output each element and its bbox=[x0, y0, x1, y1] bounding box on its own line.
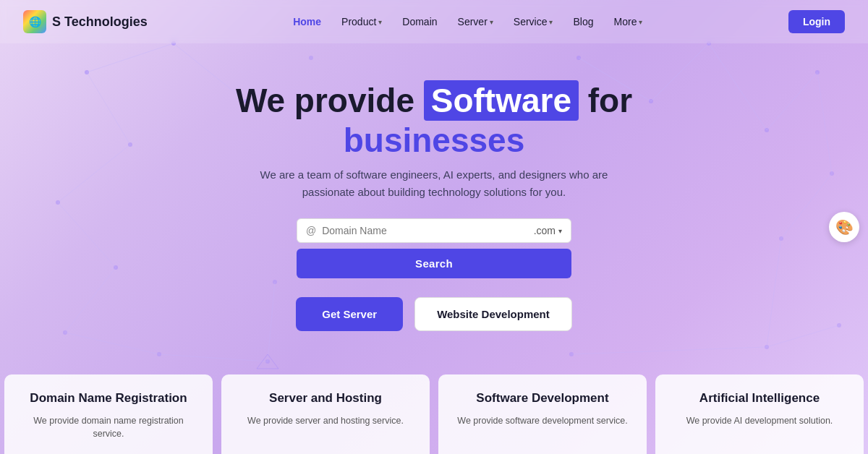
service-cards-row: Domain Name Registration We provide doma… bbox=[0, 374, 868, 454]
get-server-button[interactable]: Get Server bbox=[296, 297, 403, 331]
nav-more-link[interactable]: More ▾ bbox=[614, 16, 643, 27]
svg-point-17 bbox=[765, 345, 769, 349]
svg-line-38 bbox=[571, 347, 767, 354]
nav-home-link[interactable]: Home bbox=[293, 16, 321, 27]
nav-server[interactable]: Server ▾ bbox=[458, 16, 493, 27]
nav-blog[interactable]: Blog bbox=[573, 16, 593, 27]
nav-more[interactable]: More ▾ bbox=[614, 16, 643, 27]
svg-point-19 bbox=[569, 352, 574, 356]
svg-line-27 bbox=[65, 333, 159, 354]
nav-blog-link[interactable]: Blog bbox=[573, 16, 593, 27]
palette-icon: 🎨 bbox=[835, 218, 854, 236]
nav-service-link[interactable]: Service ▾ bbox=[514, 16, 553, 27]
hero-subtitle: We are a team of software engineers, AI … bbox=[246, 166, 622, 201]
logo-icon: 🌐 bbox=[23, 10, 46, 33]
hero-section: We provide Software for businesses We ar… bbox=[0, 43, 868, 331]
search-input[interactable] bbox=[322, 225, 533, 236]
navbar: 🌐 S Technologies Home Product ▾ Domain S… bbox=[0, 0, 868, 43]
logo-text: S Technologies bbox=[52, 14, 148, 30]
service-card-software: Software Development We provide software… bbox=[438, 374, 647, 454]
nav-home[interactable]: Home bbox=[293, 16, 321, 27]
tld-chevron-down-icon: ▾ bbox=[558, 227, 562, 235]
chevron-down-icon: ▾ bbox=[490, 18, 493, 26]
chevron-down-icon: ▾ bbox=[378, 18, 382, 26]
service-card-ai: Artificial Intelligence We provide AI de… bbox=[655, 374, 864, 454]
website-development-button[interactable]: Website Development bbox=[414, 297, 572, 331]
nav-product[interactable]: Product ▾ bbox=[341, 16, 382, 27]
chevron-down-icon: ▾ bbox=[549, 18, 553, 26]
palette-button[interactable]: 🎨 bbox=[829, 212, 859, 242]
cta-row: Get Server Website Development bbox=[296, 297, 572, 331]
login-button[interactable]: Login bbox=[788, 10, 845, 33]
service-card-server: Server and Hosting We provide server and… bbox=[221, 374, 430, 454]
hero-title-pre: We provide bbox=[236, 82, 424, 119]
hero-title-line2: businesses bbox=[236, 121, 632, 160]
svg-line-28 bbox=[159, 354, 268, 361]
at-icon: @ bbox=[306, 225, 316, 236]
card-title-software: Software Development bbox=[453, 390, 632, 406]
card-desc-domain: We provide domain name registration serv… bbox=[19, 414, 198, 442]
nav-domain-link[interactable]: Domain bbox=[402, 16, 437, 27]
search-container: @ .com ▾ Search bbox=[297, 218, 571, 278]
hero-title-highlight: Software bbox=[424, 80, 579, 121]
tld-selector[interactable]: .com ▾ bbox=[534, 225, 562, 236]
nav-links: Home Product ▾ Domain Server ▾ Service ▾… bbox=[293, 16, 642, 27]
nav-domain[interactable]: Domain bbox=[402, 16, 437, 27]
hero-title-post: for bbox=[579, 82, 632, 119]
search-input-row: @ .com ▾ bbox=[297, 218, 571, 243]
svg-marker-39 bbox=[257, 354, 278, 369]
nav-server-link[interactable]: Server ▾ bbox=[458, 16, 493, 27]
card-desc-ai: We provide AI development solution. bbox=[670, 414, 849, 428]
svg-point-8 bbox=[265, 359, 270, 364]
chevron-down-icon: ▾ bbox=[639, 18, 642, 26]
card-title-ai: Artificial Intelligence bbox=[670, 390, 849, 406]
hero-title: We provide Software for businesses bbox=[236, 81, 632, 160]
card-title-server: Server and Hosting bbox=[236, 390, 415, 406]
tld-value: .com bbox=[534, 225, 556, 236]
logo: 🌐 S Technologies bbox=[23, 10, 148, 33]
service-card-domain: Domain Name Registration We provide doma… bbox=[4, 374, 213, 454]
search-button[interactable]: Search bbox=[297, 249, 571, 278]
card-desc-server: We provide server and hosting service. bbox=[236, 414, 415, 428]
card-desc-software: We provide software development service. bbox=[453, 414, 632, 428]
svg-point-7 bbox=[157, 352, 161, 356]
nav-product-link[interactable]: Product ▾ bbox=[341, 16, 382, 27]
nav-service[interactable]: Service ▾ bbox=[514, 16, 553, 27]
card-title-domain: Domain Name Registration bbox=[19, 390, 198, 406]
